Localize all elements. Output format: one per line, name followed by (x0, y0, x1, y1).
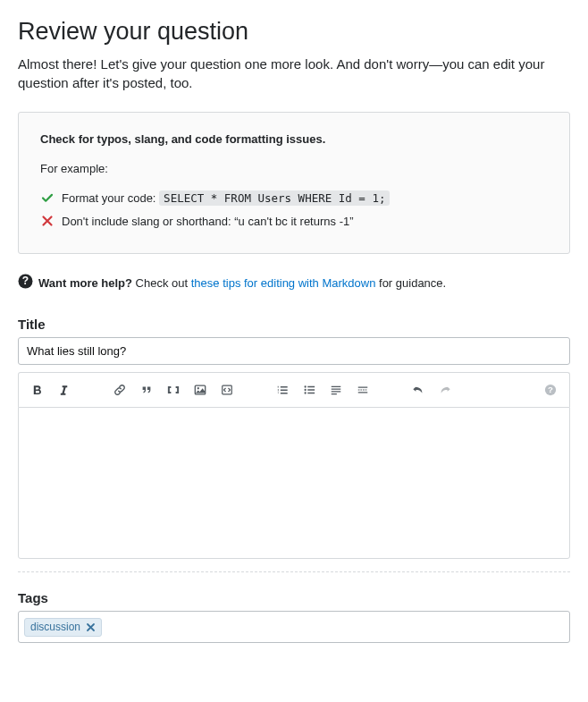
question-circle-icon: ? (18, 274, 33, 292)
heading-button[interactable] (324, 378, 348, 402)
want-help-after: for guidance. (375, 276, 446, 290)
redo-button[interactable] (433, 378, 457, 402)
tip-no-slang-text: Don't include slang or shorthand: “u can… (62, 213, 354, 231)
svg-point-7 (304, 393, 306, 394)
markdown-tips-link[interactable]: these tips for editing with Markdown (191, 276, 376, 290)
link-button[interactable] (108, 378, 131, 402)
snippet-button[interactable] (215, 378, 239, 402)
tag-chip: discussion (24, 618, 102, 637)
tip-format-code-sample: SELECT * FROM Users WHERE Id = 1; (159, 190, 390, 206)
horizontal-rule-button[interactable] (351, 378, 374, 402)
tips-box: Check for typos, slang, and code formatt… (18, 112, 570, 254)
tag-remove-button[interactable] (84, 621, 97, 634)
want-help-before: Check out (136, 276, 191, 290)
tips-example-label: For example: (40, 162, 548, 175)
page-subtitle: Almost there! Let's give your question o… (18, 55, 570, 92)
italic-button[interactable] (53, 378, 76, 402)
tip-format-code: Format your code: SELECT * FROM Users WH… (40, 190, 548, 207)
tip-format-text: Format your code: (62, 191, 159, 205)
title-input[interactable] (18, 337, 570, 365)
tag-chip-label: discussion (30, 621, 80, 633)
tags-label: Tags (18, 590, 570, 605)
undo-button[interactable] (407, 378, 430, 402)
divider (18, 571, 570, 572)
code-button[interactable] (162, 378, 185, 402)
image-button[interactable] (189, 378, 212, 402)
title-label: Title (18, 317, 570, 332)
svg-point-3 (197, 387, 199, 389)
unordered-list-button[interactable] (298, 378, 321, 402)
bold-button[interactable] (26, 378, 49, 402)
want-more-help: ? Want more help? Check out these tips f… (18, 274, 570, 292)
svg-point-5 (304, 386, 306, 388)
svg-text:?: ? (548, 385, 553, 394)
svg-point-6 (304, 389, 306, 391)
tip-no-slang: Don't include slang or shorthand: “u can… (40, 213, 548, 231)
ordered-list-button[interactable] (271, 378, 294, 402)
editor-toolbar: ? (18, 372, 570, 407)
svg-text:?: ? (22, 275, 29, 288)
quote-button[interactable] (135, 378, 158, 402)
cross-icon (40, 214, 55, 228)
tags-input[interactable]: discussion (18, 611, 570, 643)
want-help-bold: Want more help? (38, 276, 132, 290)
editor-textarea[interactable] (18, 407, 570, 559)
check-icon (40, 190, 55, 205)
tips-heading: Check for typos, slang, and code formatt… (40, 132, 548, 146)
editor-help-button[interactable]: ? (539, 378, 562, 402)
page-title: Review your question (18, 18, 570, 46)
